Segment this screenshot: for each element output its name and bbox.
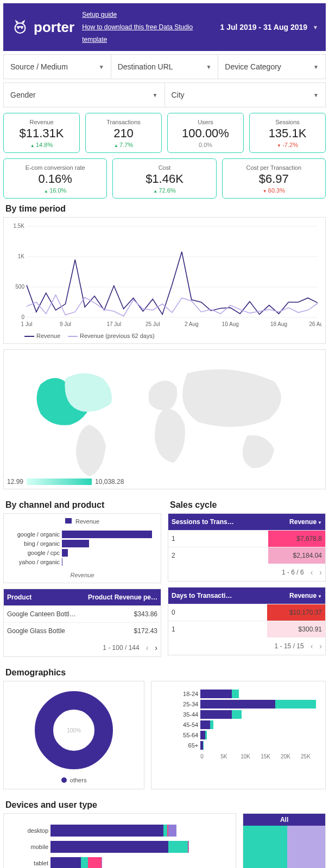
bar-segment bbox=[102, 857, 102, 868]
donut-card: 100% others bbox=[3, 681, 144, 789]
date-range-picker[interactable]: 1 Jul 2019 - 31 Aug 2019 ▼ bbox=[220, 23, 318, 31]
revenue-col-header[interactable]: Product Revenue pe… bbox=[82, 589, 161, 606]
kpi-value: 100.00% bbox=[172, 126, 239, 141]
bar-segment bbox=[168, 825, 176, 837]
filter-label: Source / Medium bbox=[10, 62, 68, 71]
bar-segment bbox=[188, 841, 189, 853]
chevron-down-icon: ▼ bbox=[313, 92, 319, 98]
table-row[interactable]: 1$300.91 bbox=[168, 621, 325, 638]
filter-source-medium[interactable]: Source / Medium▼ bbox=[4, 55, 111, 79]
section-title-sales: Sales cycle bbox=[170, 500, 324, 510]
treemap-chart[interactable]: All New Visitor Returnin… bbox=[243, 814, 325, 868]
sessions-col-header[interactable]: Sessions to Trans… bbox=[168, 514, 268, 531]
bar-segment bbox=[200, 731, 205, 739]
filters-row-2: Gender▼ City▼ bbox=[3, 82, 326, 107]
bar-segment bbox=[163, 825, 167, 837]
pager-prev-icon[interactable]: ‹ bbox=[311, 568, 313, 577]
bar-fill bbox=[62, 540, 89, 547]
pager-next-icon[interactable]: › bbox=[319, 642, 322, 650]
channel-chart-legend: Revenue bbox=[75, 518, 99, 525]
bar-segment bbox=[203, 741, 204, 750]
device-bar-row: desktop bbox=[8, 825, 231, 837]
time-series-chart[interactable]: 05001K1.5K1 Jul9 Jul17 Jul25 Jul2 Aug10 … bbox=[8, 222, 322, 330]
table-row[interactable]: 0$10,170.37 bbox=[168, 604, 325, 621]
sort-desc-icon: ▼ bbox=[318, 520, 322, 525]
legend-item: others bbox=[70, 777, 87, 783]
section-title-devices: Devices and user type bbox=[5, 800, 324, 810]
table-row[interactable]: Google Glass Bottle$172.43 bbox=[4, 623, 161, 640]
section-title-demo: Demographics bbox=[5, 668, 324, 678]
bar-label: 35-44 bbox=[156, 711, 198, 718]
bar-label: 18-24 bbox=[156, 691, 198, 697]
donut-legend: others bbox=[61, 777, 87, 783]
treemap-returning[interactable]: Returnin… bbox=[287, 826, 325, 868]
setup-guide-link[interactable]: Setup guide bbox=[82, 9, 212, 21]
bar-track bbox=[200, 710, 321, 719]
table-row[interactable]: 1$7,678.8 bbox=[168, 531, 325, 547]
revenue-col-header[interactable]: Revenue▼ bbox=[268, 514, 325, 531]
bar-label: 45-54 bbox=[156, 722, 198, 728]
filter-device-category[interactable]: Device Category▼ bbox=[218, 55, 325, 79]
svg-text:1 Jul: 1 Jul bbox=[21, 321, 32, 327]
device-bars[interactable]: desktop mobile tablet bbox=[8, 818, 231, 868]
kpi-row-2: E-com conversion rate 0.16% 16.0%Cost $1… bbox=[3, 158, 326, 199]
bar-segment bbox=[81, 857, 88, 868]
download-template-link[interactable]: How to download this free Data Studio te… bbox=[82, 21, 212, 46]
product-table: Product Product Revenue pe… Google Cante… bbox=[4, 589, 161, 639]
treemap-card: All New Visitor Returnin… bbox=[243, 813, 326, 868]
kpi-card: Cost $1.46K 72.6% bbox=[112, 158, 216, 199]
svg-text:500: 500 bbox=[15, 284, 24, 290]
pager-prev-icon[interactable]: ‹ bbox=[311, 642, 313, 650]
treemap-new-visitor[interactable]: New Visitor bbox=[243, 826, 287, 868]
pager-next-icon[interactable]: › bbox=[319, 568, 322, 577]
svg-text:17 Jul: 17 Jul bbox=[106, 321, 121, 327]
bar-segment bbox=[200, 690, 232, 698]
pager-next-icon[interactable]: › bbox=[155, 643, 157, 652]
age-bar-row: 65+ bbox=[156, 741, 321, 750]
treemap-root[interactable]: All bbox=[243, 814, 325, 826]
kpi-card: Transactions 210 7.7% bbox=[85, 113, 162, 153]
svg-text:18 Aug: 18 Aug bbox=[270, 321, 287, 327]
days-col-header[interactable]: Days to Transacti… bbox=[168, 588, 267, 604]
bar-label: yahoo / organic bbox=[8, 559, 60, 565]
product-col-header[interactable]: Product bbox=[4, 589, 82, 606]
filter-label: Destination URL bbox=[118, 62, 173, 71]
device-bar-row: tablet bbox=[8, 857, 231, 868]
bar-label: mobile bbox=[8, 844, 48, 850]
age-bar-row: 35-44 bbox=[156, 710, 321, 719]
map-legend: 12.99 10,038.28 bbox=[7, 478, 124, 486]
bar-track bbox=[200, 690, 321, 698]
kpi-card: Revenue $11.31K 14.8% bbox=[3, 113, 80, 153]
kpi-delta: 14.8% bbox=[8, 142, 75, 148]
device-chart-card: desktop mobile tablet 01K2K3K4K5K6K Safa… bbox=[3, 813, 236, 868]
svg-rect-3 bbox=[17, 26, 23, 28]
header-links: Setup guide How to download this free Da… bbox=[82, 9, 212, 46]
legend-item: Revenue (previous 62 days) bbox=[80, 333, 155, 339]
filter-destination-url[interactable]: Destination URL▼ bbox=[111, 55, 219, 79]
table-row[interactable]: 2$2,184.04 bbox=[168, 547, 325, 564]
bar-segment bbox=[168, 841, 188, 853]
days-pager: 1 - 15 / 15 ‹ › bbox=[168, 637, 325, 655]
chevron-down-icon: ▼ bbox=[153, 92, 158, 98]
donut-chart[interactable]: 100% bbox=[30, 687, 117, 774]
bar-track bbox=[62, 549, 156, 557]
bar-label: 65+ bbox=[156, 742, 198, 749]
world-map-chart[interactable] bbox=[8, 354, 322, 484]
donut-center-text: 100% bbox=[67, 727, 81, 733]
filter-gender[interactable]: Gender▼ bbox=[4, 83, 165, 107]
filters-row-1: Source / Medium▼ Destination URL▼ Device… bbox=[3, 54, 326, 79]
sessions-pager: 1 - 6 / 6 ‹ › bbox=[168, 564, 325, 581]
age-bars[interactable]: 18-24 25-34 35-44 45-54 55-64 65+ bbox=[156, 686, 321, 754]
date-range-label: 1 Jul 2019 - 31 Aug 2019 bbox=[220, 23, 308, 31]
filter-label: Device Category bbox=[225, 62, 281, 71]
days-table-card: Days to Transacti… Revenue▼ 0$10,170.37 … bbox=[168, 587, 326, 655]
chevron-down-icon: ▼ bbox=[313, 64, 319, 70]
pager-prev-icon[interactable]: ‹ bbox=[146, 643, 149, 652]
revenue-col-header[interactable]: Revenue▼ bbox=[267, 588, 325, 604]
kpi-label: E-com conversion rate bbox=[8, 164, 102, 171]
table-row[interactable]: Google Canteen Bottl…$343.86 bbox=[4, 606, 161, 623]
kpi-label: Sessions bbox=[254, 119, 321, 125]
svg-text:2 Aug: 2 Aug bbox=[185, 321, 199, 327]
channel-bars[interactable]: google / organic bing / organic google /… bbox=[8, 527, 156, 570]
filter-city[interactable]: City▼ bbox=[165, 83, 326, 107]
